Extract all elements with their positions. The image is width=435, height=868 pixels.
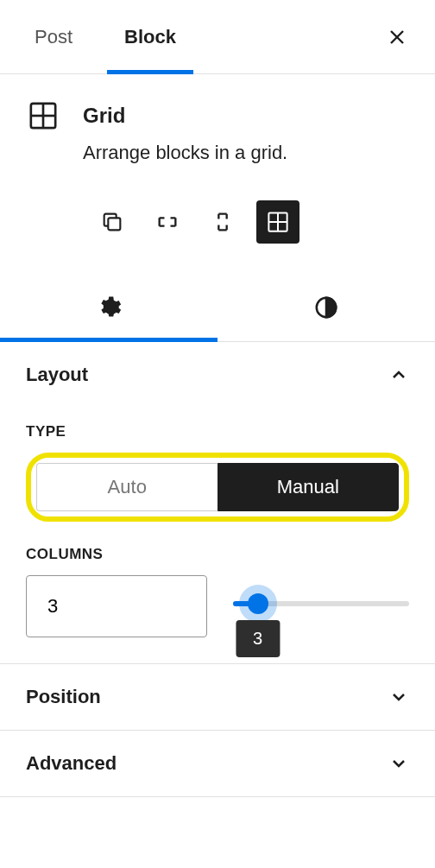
position-section-title: Position (26, 686, 101, 708)
tab-post[interactable]: Post (9, 0, 98, 73)
layout-section-title: Layout (26, 364, 88, 386)
inspector-subtabs (0, 275, 435, 342)
type-manual-button[interactable]: Manual (218, 463, 400, 511)
slider-track (233, 601, 409, 606)
columns-slider[interactable]: 3 (233, 575, 409, 606)
svg-rect-6 (108, 218, 120, 230)
block-title: Grid (83, 104, 287, 128)
group-icon (100, 210, 124, 234)
close-icon (387, 27, 407, 48)
transform-grid-button[interactable] (256, 200, 299, 244)
chevron-up-icon (388, 364, 409, 385)
columns-input[interactable] (26, 575, 207, 637)
close-button[interactable] (378, 18, 416, 56)
chevron-down-icon (388, 753, 409, 774)
contrast-icon (313, 295, 339, 320)
columns-control: 3 (26, 575, 409, 637)
layout-section-body: TYPE Auto Manual COLUMNS 3 (0, 423, 435, 664)
grid-icon (26, 98, 60, 133)
slider-tooltip: 3 (236, 620, 280, 657)
slider-thumb[interactable] (248, 593, 268, 614)
chevron-down-icon (388, 687, 409, 707)
row-icon (155, 210, 180, 234)
styles-subtab[interactable] (218, 275, 435, 341)
gear-icon (96, 295, 122, 320)
transform-row-button[interactable] (146, 200, 189, 244)
layout-section-toggle[interactable]: Layout (0, 342, 435, 408)
transform-stack-button[interactable] (201, 200, 244, 244)
tab-block[interactable]: Block (98, 0, 202, 73)
type-auto-button[interactable]: Auto (36, 463, 218, 511)
advanced-section-title: Advanced (26, 752, 117, 775)
grid-icon (265, 209, 291, 235)
stack-icon (211, 210, 235, 234)
type-segmented-control: Auto Manual (26, 453, 409, 522)
transform-options (0, 185, 435, 275)
advanced-section-toggle[interactable]: Advanced (0, 731, 435, 797)
position-section-toggle[interactable]: Position (0, 664, 435, 731)
block-description: Arrange blocks in a grid. (83, 140, 287, 166)
block-header: Grid Arrange blocks in a grid. (0, 74, 435, 185)
settings-subtab[interactable] (0, 275, 218, 341)
columns-label: COLUMNS (26, 546, 409, 563)
type-label: TYPE (26, 423, 409, 440)
transform-group-button[interactable] (91, 200, 134, 244)
inspector-tabs: Post Block (0, 0, 435, 74)
